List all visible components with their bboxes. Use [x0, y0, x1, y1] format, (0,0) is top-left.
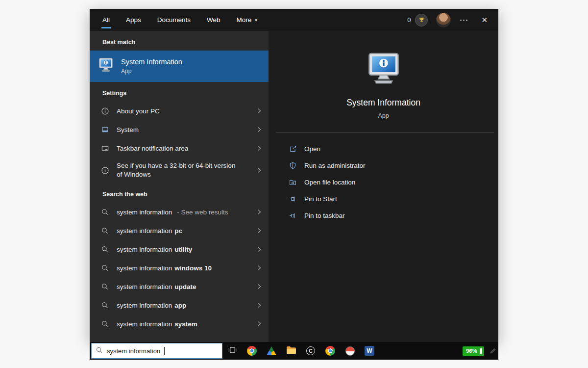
close-button[interactable]: ✕ [477, 16, 491, 25]
web-suggestion[interactable]: system information- See web results [90, 203, 269, 221]
suggestion-text: system informationupdate [117, 283, 199, 290]
suggestion-text: system informationwindows 10 [117, 264, 214, 272]
tab-web-label: Web [207, 16, 220, 24]
taskbar: system information C W 96% [90, 342, 498, 360]
web-suggestion[interactable]: system informationwindows 10 [90, 259, 269, 277]
user-avatar[interactable] [436, 13, 451, 27]
system-information-icon [98, 57, 114, 76]
search-panel: All Apps Documents Web More ▾ 0 ⋯ ✕ [90, 9, 498, 342]
pen-icon[interactable] [489, 347, 496, 355]
chevron-right-icon[interactable] [256, 283, 263, 290]
results-list: Best match System Information App Settin… [90, 31, 269, 342]
chevron-right-icon[interactable] [256, 302, 263, 309]
search-icon [96, 346, 103, 356]
web-suggestion[interactable]: system informationapp [90, 296, 269, 315]
c-app-taskbar-button[interactable]: C [301, 342, 320, 360]
folder-icon [288, 178, 297, 186]
word-taskbar-button[interactable]: W [360, 342, 379, 360]
shield-icon [288, 161, 297, 170]
action-label: Pin to taskbar [304, 212, 345, 219]
chevron-right-icon[interactable] [256, 126, 263, 133]
tab-more[interactable]: More ▾ [237, 9, 257, 31]
tab-more-label: More [237, 16, 252, 24]
chevron-right-icon[interactable] [256, 227, 263, 234]
web-suggestion[interactable]: system informationsystem [90, 315, 269, 333]
tab-web[interactable]: Web [207, 9, 220, 31]
best-match-result[interactable]: System Information App [90, 51, 269, 82]
search-web-header: Search the web [90, 183, 269, 203]
chevron-right-icon[interactable] [256, 246, 263, 253]
chrome-icon [247, 346, 257, 356]
action-pin-to-start[interactable]: Pin to Start [288, 190, 498, 207]
search-icon [100, 208, 109, 216]
web-suggestion[interactable]: system informationpc [90, 221, 269, 240]
web-suggestion[interactable]: system informationutility [90, 240, 269, 259]
info-icon [100, 107, 109, 115]
chevron-right-icon[interactable] [256, 264, 263, 271]
best-match-subtitle: App [121, 68, 182, 75]
file-explorer-taskbar-button[interactable] [281, 342, 301, 360]
options-menu-button[interactable]: ⋯ [459, 15, 469, 26]
chrome-2-taskbar-button[interactable] [320, 342, 340, 360]
pin-icon [288, 211, 297, 220]
chevron-right-icon[interactable] [256, 107, 263, 114]
folder-icon [286, 346, 296, 356]
open-icon [288, 145, 297, 153]
suggestion-text: system informationsystem [117, 320, 200, 328]
search-panel-body: Best match System Information App Settin… [90, 31, 498, 342]
settings-result-taskbar-notification-area[interactable]: Taskbar notification area [90, 139, 269, 158]
word-icon: W [365, 346, 374, 356]
search-icon [100, 227, 109, 235]
settings-header: Settings [90, 82, 269, 102]
settings-result-32-or-64-bit[interactable]: See if you have a 32-bit or 64-bit versi… [90, 158, 269, 183]
best-match-header: Best match [90, 31, 269, 51]
rewards-count: 0 [407, 16, 411, 24]
action-open[interactable]: Open [288, 140, 498, 157]
tab-apps-label: Apps [126, 16, 141, 24]
preview-actions: Open Run as administrator Open file loca… [269, 132, 498, 224]
task-view-button[interactable] [222, 342, 242, 360]
header-actions: 0 ⋯ ✕ [407, 13, 491, 27]
chrome-taskbar-button[interactable] [242, 342, 262, 360]
system-icon [100, 126, 109, 134]
google-drive-icon [267, 346, 276, 355]
preview-title: System Information [346, 98, 420, 108]
best-match-title: System Information [121, 58, 182, 66]
chevron-right-icon[interactable] [256, 167, 263, 174]
tab-documents[interactable]: Documents [157, 9, 191, 31]
tab-documents-label: Documents [157, 16, 191, 24]
settings-result-system[interactable]: System [90, 120, 269, 139]
chevron-down-icon: ▾ [255, 18, 257, 23]
chevron-right-icon[interactable] [256, 320, 263, 327]
tab-apps[interactable]: Apps [126, 9, 141, 31]
task-view-icon [228, 345, 237, 357]
google-drive-taskbar-button[interactable] [262, 342, 281, 360]
media-app-taskbar-button[interactable] [340, 342, 360, 360]
action-pin-to-taskbar[interactable]: Pin to taskbar [288, 207, 498, 224]
web-suggestion[interactable]: system informationupdate [90, 277, 269, 296]
chrome-icon [325, 346, 335, 356]
chevron-right-icon[interactable] [256, 209, 263, 215]
search-icon [100, 320, 109, 328]
preview-subtitle: App [378, 112, 389, 119]
action-label: Open [304, 145, 320, 153]
chevron-right-icon[interactable] [256, 145, 263, 152]
settings-result-about-your-pc[interactable]: About your PC [90, 102, 269, 120]
search-input-value: system information [107, 347, 160, 355]
battery-tip [480, 348, 482, 354]
c-app-icon: C [306, 346, 315, 355]
battery-indicator[interactable]: 96% [463, 346, 484, 356]
rewards-badge[interactable]: 0 [407, 14, 428, 26]
best-match-text: System Information App [121, 58, 182, 75]
result-label: System [117, 126, 139, 133]
action-open-file-location[interactable]: Open file location [288, 174, 498, 190]
taskbar-search-box[interactable]: system information [91, 343, 222, 359]
result-label: See if you have a 32-bit or 64-bit versi… [117, 161, 240, 179]
result-label: About your PC [117, 107, 160, 115]
tab-all[interactable]: All [102, 9, 110, 31]
tab-all-label: All [102, 16, 110, 24]
action-run-as-administrator[interactable]: Run as administrator [288, 157, 498, 174]
info-icon [100, 166, 109, 175]
search-icon [100, 283, 109, 290]
suggestion-text: system information- See web results [117, 209, 228, 216]
